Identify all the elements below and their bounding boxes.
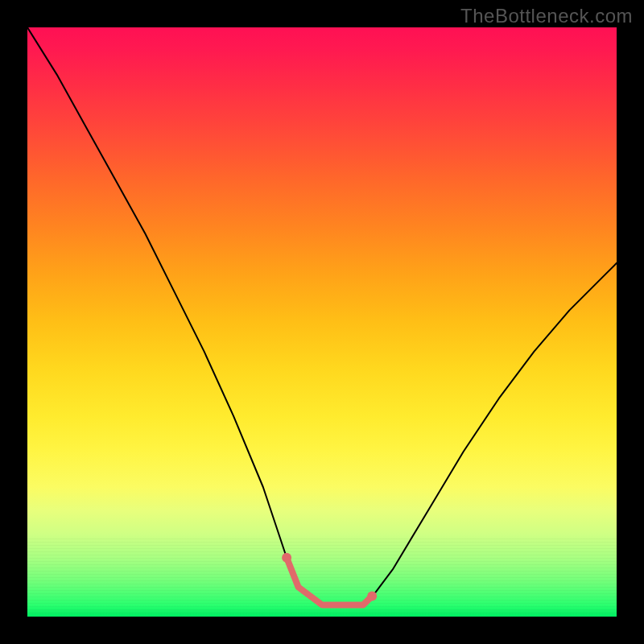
chart-frame bbox=[27, 27, 617, 617]
trough-highlight-path bbox=[287, 558, 372, 605]
trough-endpoint-right bbox=[367, 591, 377, 601]
watermark: TheBottleneck.com bbox=[460, 5, 633, 27]
curve-svg bbox=[27, 27, 617, 617]
trough-endpoint-left bbox=[282, 553, 291, 563]
main-curve-path bbox=[27, 27, 617, 605]
